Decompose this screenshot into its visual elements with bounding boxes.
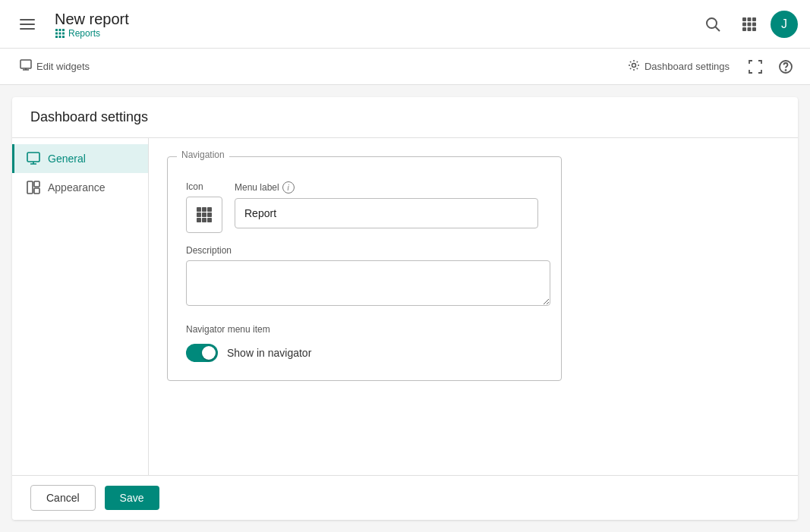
- svg-rect-36: [202, 207, 206, 212]
- svg-point-28: [786, 70, 786, 71]
- icon-label: Icon: [186, 181, 222, 192]
- svg-rect-18: [748, 22, 752, 26]
- toolbar-left: Edit widgets: [12, 55, 97, 79]
- appearance-icon: [27, 181, 40, 194]
- svg-rect-10: [59, 36, 61, 38]
- show-in-navigator-toggle[interactable]: [186, 344, 218, 362]
- svg-rect-5: [62, 29, 65, 31]
- svg-rect-15: [748, 17, 752, 21]
- svg-rect-43: [207, 218, 212, 222]
- menu-label-label: Menu label i: [235, 181, 538, 194]
- header-left: New report Reports: [12, 9, 698, 39]
- menu-icon[interactable]: [12, 9, 43, 39]
- svg-rect-6: [55, 32, 58, 34]
- svg-point-12: [707, 18, 717, 28]
- icon-picker-button[interactable]: [186, 197, 222, 233]
- fullscreen-icon[interactable]: [743, 55, 767, 79]
- title-area: New report Reports: [55, 10, 129, 39]
- svg-rect-3: [55, 29, 58, 31]
- svg-rect-35: [197, 207, 201, 212]
- main-content: Dashboard settings General: [0, 85, 810, 532]
- svg-rect-19: [752, 22, 756, 26]
- settings-sidebar: General Appearance: [12, 138, 149, 475]
- general-icon: [27, 152, 40, 165]
- svg-rect-39: [202, 212, 206, 217]
- edit-widgets-button[interactable]: Edit widgets: [12, 55, 97, 79]
- form-content: Navigation Icon: [149, 138, 798, 475]
- settings-icon: [628, 59, 640, 74]
- svg-rect-4: [59, 29, 61, 31]
- sidebar-item-appearance[interactable]: Appearance: [12, 173, 148, 202]
- svg-rect-21: [748, 27, 752, 31]
- svg-rect-1: [20, 24, 35, 25]
- svg-rect-40: [207, 212, 212, 217]
- header: New report Reports: [0, 0, 810, 49]
- toolbar: Edit widgets Dashboard settings: [0, 49, 810, 85]
- svg-rect-0: [20, 19, 35, 20]
- edit-widgets-label: Edit widgets: [36, 61, 90, 72]
- cancel-button[interactable]: Cancel: [30, 485, 96, 511]
- svg-rect-34: [34, 188, 39, 194]
- svg-rect-8: [62, 32, 65, 34]
- navigator-section: Navigator menu item Show in navigator: [186, 324, 543, 362]
- svg-rect-9: [55, 36, 58, 38]
- navigation-legend: Navigation: [177, 150, 229, 160]
- svg-rect-20: [742, 27, 746, 31]
- page-title: New report: [55, 10, 129, 28]
- svg-rect-37: [207, 207, 212, 212]
- svg-rect-41: [197, 218, 201, 222]
- navigator-section-label: Navigator menu item: [186, 324, 543, 335]
- menu-label-group: Menu label i: [235, 181, 538, 228]
- svg-rect-29: [27, 153, 39, 162]
- breadcrumb[interactable]: Reports: [55, 28, 129, 39]
- apps-icon[interactable]: [734, 9, 764, 39]
- svg-rect-7: [59, 32, 61, 34]
- svg-rect-42: [202, 218, 206, 222]
- svg-point-26: [632, 63, 635, 67]
- panel-body: General Appearance Navigation: [12, 138, 798, 475]
- show-in-navigator-row: Show in navigator: [186, 344, 543, 362]
- svg-rect-33: [34, 181, 39, 187]
- sidebar-appearance-label: Appearance: [48, 181, 106, 194]
- svg-rect-22: [752, 27, 756, 31]
- description-group: Description: [186, 245, 543, 306]
- description-label: Description: [186, 245, 232, 256]
- svg-rect-17: [742, 22, 746, 26]
- edit-icon: [20, 59, 32, 74]
- panel-title: Dashboard settings: [12, 97, 798, 138]
- show-in-navigator-label: Show in navigator: [227, 347, 311, 359]
- help-icon[interactable]: [774, 55, 798, 79]
- search-icon[interactable]: [698, 9, 728, 39]
- breadcrumb-label: Reports: [68, 28, 100, 39]
- description-input[interactable]: [186, 260, 550, 306]
- icon-menulabel-row: Icon: [186, 181, 543, 233]
- avatar[interactable]: J: [771, 11, 798, 38]
- form-footer: Cancel Save: [12, 475, 798, 520]
- icon-group: Icon: [186, 181, 222, 233]
- svg-rect-32: [27, 181, 33, 194]
- menu-label-help-icon[interactable]: i: [282, 181, 295, 194]
- header-right: J: [698, 9, 798, 39]
- svg-rect-14: [742, 17, 746, 21]
- dashboard-settings-panel: Dashboard settings General: [12, 97, 798, 520]
- svg-line-13: [716, 27, 720, 31]
- save-button[interactable]: Save: [105, 486, 159, 510]
- toggle-slider: [186, 344, 218, 362]
- svg-rect-2: [20, 28, 35, 30]
- svg-rect-11: [62, 36, 65, 38]
- navigation-fieldset: Navigation Icon: [167, 156, 562, 381]
- dashboard-settings-label: Dashboard settings: [645, 61, 730, 72]
- menu-label-input[interactable]: [235, 198, 538, 228]
- sidebar-general-label: General: [48, 153, 86, 165]
- svg-rect-16: [752, 17, 756, 21]
- toolbar-right: Dashboard settings: [620, 55, 798, 79]
- svg-rect-23: [20, 60, 31, 68]
- dashboard-settings-button[interactable]: Dashboard settings: [620, 55, 737, 79]
- svg-rect-38: [197, 212, 201, 217]
- sidebar-item-general[interactable]: General: [12, 144, 148, 173]
